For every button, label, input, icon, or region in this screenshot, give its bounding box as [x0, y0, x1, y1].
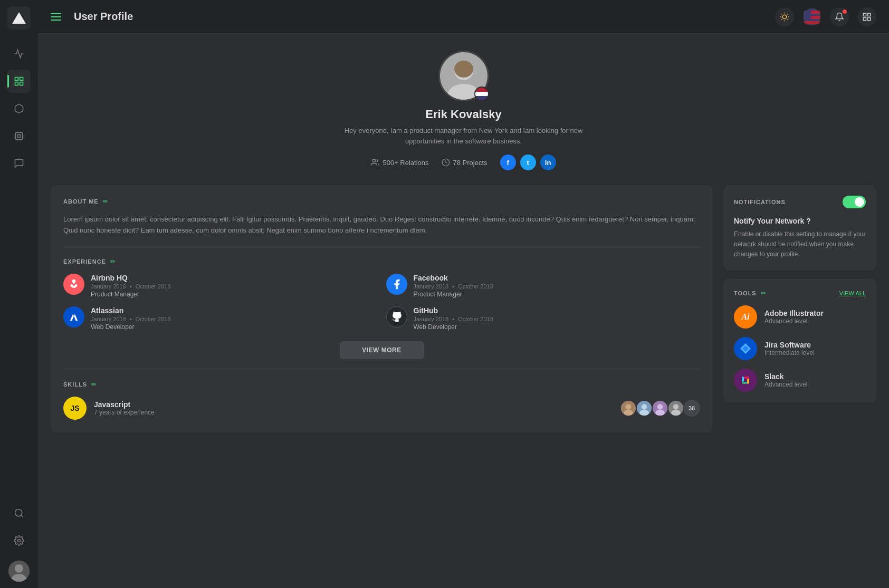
user-avatar-small[interactable] [8, 561, 30, 582]
apps-grid-button[interactable] [857, 7, 876, 26]
airbnb-logo [63, 274, 84, 295]
skills-section-header: SKILLS ✏ [63, 381, 700, 388]
js-info: Javascript 7 years of experience [94, 400, 613, 416]
experience-edit-icon[interactable]: ✏ [110, 258, 116, 265]
notification-badge [843, 9, 847, 14]
notifications-toggle[interactable] [843, 196, 866, 208]
profile-bio: Hey everyone, Iam a product manager from… [332, 126, 596, 146]
exp-item-atlassian: Atlassian January 2018 • October 2018 We… [63, 306, 378, 331]
sidebar-item-settings[interactable] [7, 529, 31, 552]
social-links: f t in [500, 155, 556, 170]
hamburger-menu[interactable] [51, 13, 61, 21]
skill-user-2 [636, 400, 653, 417]
tools-card: TOOLS ✏ VIEW ALL Ai Adobe Illustrator Ad… [723, 279, 876, 402]
svg-rect-6 [15, 132, 22, 139]
profile-country-flag [474, 86, 489, 101]
sidebar-item-activity[interactable] [7, 42, 31, 65]
svg-line-8 [21, 515, 23, 517]
page-title: User Profile [74, 11, 767, 23]
profile-header: Erik Kovalsky Hey everyone, Iam a produc… [51, 51, 876, 170]
ai-info: Adobe Illustrator Advanced level [764, 309, 824, 325]
exp-item-github: GitHub January 2018 • October 2018 Web D… [386, 306, 701, 331]
jira-info: Jira Software Intermediate level [764, 341, 815, 356]
notifications-button[interactable] [830, 7, 849, 26]
view-more-button[interactable]: VIEW MORE [340, 341, 424, 359]
sidebar-item-chat[interactable] [7, 152, 31, 175]
svg-rect-53 [742, 377, 744, 382]
github-info: GitHub January 2018 • October 2018 Web D… [414, 306, 493, 331]
svg-point-27 [804, 8, 820, 25]
tools-edit-icon[interactable]: ✏ [761, 290, 766, 297]
profile-projects: 78 Projects [442, 158, 487, 167]
skill-user-3 [652, 400, 668, 417]
tools-header: TOOLS ✏ VIEW ALL [734, 290, 866, 297]
left-panel: ABOUT ME ✏ Lorem ipsum dolor sit amet, c… [51, 185, 713, 432]
airbnb-info: Airbnb HQ January 2018 • October 2018 Pr… [91, 274, 170, 298]
skills-edit-icon[interactable]: ✏ [91, 381, 97, 388]
tools-title-row: TOOLS ✏ [734, 290, 766, 297]
avatar-wrapper [438, 51, 489, 101]
skill-item-js: JS Javascript 7 years of experience [63, 397, 700, 420]
view-all-link[interactable]: VIEW ALL [839, 290, 866, 296]
cards-layout: ABOUT ME ✏ Lorem ipsum dolor sit amet, c… [51, 185, 876, 432]
about-edit-icon[interactable]: ✏ [103, 198, 108, 205]
atlassian-info: Atlassian January 2018 • October 2018 We… [91, 306, 170, 331]
app-logo[interactable] [7, 6, 31, 30]
divider-about-exp [63, 247, 700, 247]
svg-rect-56 [744, 377, 749, 379]
about-section-header: ABOUT ME ✏ [63, 198, 700, 205]
tool-item-jira: Jira Software Intermediate level [734, 337, 866, 360]
ai-level: Advanced level [764, 317, 824, 325]
exp-item-facebook: Facebook January 2018 • October 2018 Pro… [386, 274, 701, 298]
slack-level: Advanced level [764, 381, 807, 388]
jira-level: Intermediate level [764, 349, 815, 356]
twitter-link[interactable]: t [520, 155, 536, 170]
svg-point-13 [782, 15, 787, 19]
sidebar-item-cube[interactable] [7, 97, 31, 120]
svg-point-37 [373, 159, 376, 162]
svg-point-43 [642, 404, 647, 410]
tools-title: TOOLS [734, 290, 757, 296]
sidebar-item-dashboard[interactable] [7, 70, 31, 93]
right-panel: NOTIFICATIONS Notify Your Network ? Enab… [723, 185, 876, 402]
content-area: Erik Kovalsky Hey everyone, Iam a produc… [38, 34, 889, 588]
sidebar [0, 0, 38, 588]
slack-info: Slack Advanced level [764, 372, 807, 388]
facebook-role: Product Manager [414, 291, 493, 298]
svg-rect-55 [747, 379, 749, 384]
svg-point-9 [18, 539, 21, 542]
theme-toggle-button[interactable] [775, 7, 794, 26]
facebook-info: Facebook January 2018 • October 2018 Pro… [414, 274, 493, 298]
language-selector[interactable] [802, 7, 821, 26]
notifications-subtitle: Notify Your Network ? [734, 217, 866, 225]
skill-user-4 [667, 400, 684, 417]
atlassian-dates: January 2018 • October 2018 [91, 316, 170, 322]
linkedin-link[interactable]: in [540, 155, 556, 170]
experience-grid: Airbnb HQ January 2018 • October 2018 Pr… [63, 274, 700, 331]
sidebar-item-search[interactable] [7, 502, 31, 525]
relations-count: 500+ Relations [383, 159, 428, 167]
facebook-link[interactable]: f [500, 155, 516, 170]
facebook-dates: January 2018 • October 2018 [414, 283, 493, 290]
js-badge: JS [63, 397, 87, 420]
atlassian-company: Atlassian [91, 306, 170, 315]
projects-count: 78 Projects [453, 159, 487, 167]
profile-stats: 500+ Relations 78 Projects f t in [371, 155, 556, 170]
svg-rect-54 [742, 382, 747, 384]
slack-logo [734, 369, 757, 392]
svg-rect-4 [20, 82, 23, 85]
svg-rect-3 [15, 82, 18, 85]
js-experience: 7 years of experience [94, 409, 613, 416]
svg-rect-30 [863, 17, 866, 20]
ai-name: Adobe Illustrator [764, 309, 824, 317]
svg-rect-31 [868, 17, 871, 20]
svg-point-41 [624, 410, 633, 416]
svg-rect-2 [20, 78, 23, 81]
svg-point-40 [626, 404, 632, 410]
svg-point-7 [15, 509, 22, 516]
about-text: Lorem ipsum dolor sit amet, consectetur … [63, 214, 700, 236]
sidebar-item-chip[interactable] [7, 124, 31, 148]
ai-logo: Ai [734, 305, 757, 329]
atlassian-logo [63, 306, 84, 327]
github-logo [386, 306, 407, 327]
